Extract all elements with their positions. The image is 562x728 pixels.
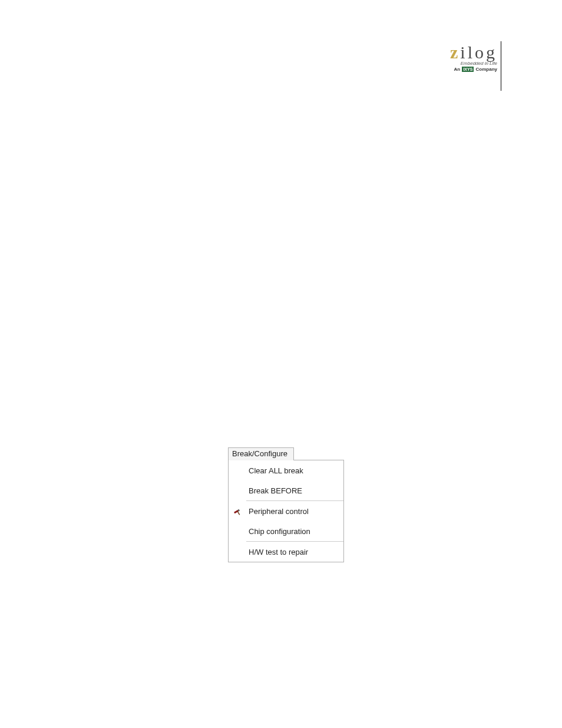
brand-logo-z: z xyxy=(450,42,460,62)
hammer-icon xyxy=(229,506,246,516)
menu-body: Clear ALL break Break BEFORE Peripheral … xyxy=(228,460,344,562)
menu-item-clear-all-break[interactable]: Clear ALL break xyxy=(229,460,343,480)
brand-logo-block: zilog Embedded in Life An IXYS Company xyxy=(438,44,497,72)
brand-logo: zilog xyxy=(438,44,497,61)
menu-item-break-before[interactable]: Break BEFORE xyxy=(229,480,343,500)
menu-item-label: Chip configuration xyxy=(246,527,343,536)
menu-item-chip-configuration[interactable]: Chip configuration xyxy=(229,521,343,541)
brand-logo-rest: ilog xyxy=(460,42,497,62)
svg-rect-1 xyxy=(237,511,240,515)
brand-company-suffix: Company xyxy=(474,67,497,72)
menu-item-label: Peripheral control xyxy=(246,507,343,516)
menu-item-label: Clear ALL break xyxy=(246,466,343,475)
menu-tab-label: Break/Configure xyxy=(232,449,287,458)
menu-item-peripheral-control[interactable]: Peripheral control xyxy=(229,501,343,521)
brand-company-line: An IXYS Company xyxy=(438,67,497,72)
brand-company-prefix: An xyxy=(454,67,461,72)
header-divider xyxy=(501,41,501,91)
menu-item-label: Break BEFORE xyxy=(246,486,343,495)
menu-item-hw-test-repair[interactable]: H/W test to repair xyxy=(229,542,343,562)
menu-tab-break-configure[interactable]: Break/Configure xyxy=(228,447,294,460)
brand-tagline: Embedded in Life xyxy=(438,61,497,66)
break-configure-menu: Break/Configure Clear ALL break Break BE… xyxy=(228,447,343,562)
brand-company-box: IXYS xyxy=(462,67,474,72)
menu-item-label: H/W test to repair xyxy=(246,548,343,556)
